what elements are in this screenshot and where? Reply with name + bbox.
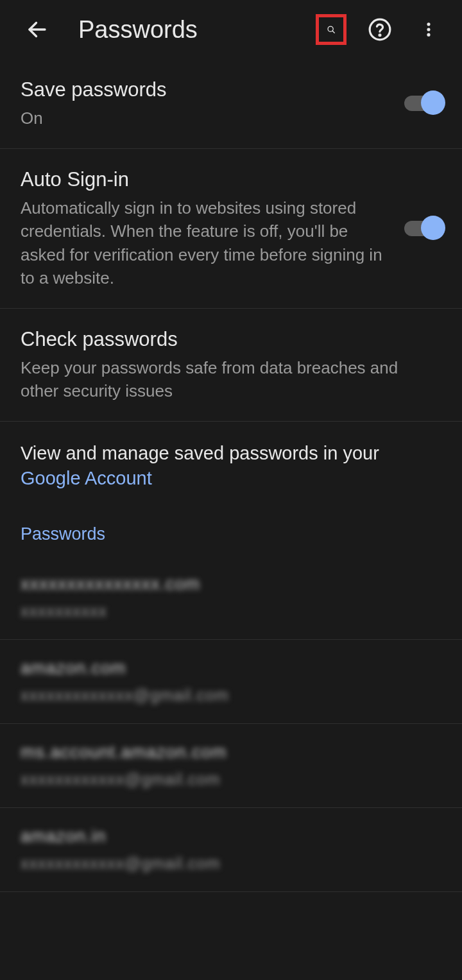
help-button[interactable] xyxy=(364,14,395,45)
manage-text: View and manage saved passwords in your xyxy=(21,443,379,463)
auto-signin-toggle[interactable] xyxy=(404,221,441,236)
svg-point-4 xyxy=(379,35,381,36)
search-icon xyxy=(327,18,336,41)
password-entry[interactable]: xxxxxxxxxxxxxxx.com xxxxxxxxxx xyxy=(0,556,462,640)
auto-signin-description: Automatically sign in to websites using … xyxy=(21,196,391,290)
entry-site: amazon.com xyxy=(21,655,441,682)
more-button[interactable] xyxy=(413,14,444,45)
save-passwords-status: On xyxy=(21,107,391,130)
password-entry[interactable]: amazon.in xxxxxxxxxxxx@gmail.com xyxy=(0,808,462,892)
passwords-list-header: Passwords xyxy=(0,497,462,556)
svg-point-7 xyxy=(427,33,430,37)
toggle-knob-icon xyxy=(421,90,445,115)
save-passwords-title: Save passwords xyxy=(21,77,391,103)
entry-user: xxxxxxxxxxxx@gmail.com xyxy=(21,852,441,876)
app-header: Passwords xyxy=(0,0,462,59)
save-passwords-row[interactable]: Save passwords On xyxy=(0,59,462,149)
svg-point-6 xyxy=(427,28,430,31)
password-entry[interactable]: amazon.com xxxxxxxxxxxxx@gmail.com xyxy=(0,640,462,724)
entry-user: xxxxxxxxxx xyxy=(21,599,441,624)
toggle-knob-icon xyxy=(421,216,445,240)
entry-user: xxxxxxxxxxxx@gmail.com xyxy=(21,768,441,792)
auto-signin-row[interactable]: Auto Sign-in Automatically sign in to we… xyxy=(0,149,462,309)
check-passwords-description: Keep your passwords safe from data breac… xyxy=(21,356,429,403)
password-entry[interactable]: ms.account.amazon.com xxxxxxxxxxxx@gmail… xyxy=(0,724,462,808)
header-actions xyxy=(316,14,449,45)
save-passwords-toggle[interactable] xyxy=(404,96,441,111)
entry-site: ms.account.amazon.com xyxy=(21,739,441,766)
help-icon xyxy=(368,17,392,42)
svg-line-2 xyxy=(332,31,334,33)
entry-site: xxxxxxxxxxxxxxx.com xyxy=(21,571,441,597)
more-vert-icon xyxy=(420,21,438,39)
search-button[interactable] xyxy=(316,14,346,45)
google-account-link[interactable]: Google Account xyxy=(21,468,152,488)
entry-user: xxxxxxxxxxxxx@gmail.com xyxy=(21,683,441,708)
manage-passwords-info: View and manage saved passwords in your … xyxy=(0,422,462,497)
svg-point-5 xyxy=(427,22,430,26)
back-button[interactable] xyxy=(22,14,53,45)
entry-site: amazon.in xyxy=(21,823,441,850)
back-arrow-icon xyxy=(26,18,49,41)
page-title: Passwords xyxy=(78,16,316,44)
check-passwords-row[interactable]: Check passwords Keep your passwords safe… xyxy=(0,309,462,422)
auto-signin-title: Auto Sign-in xyxy=(21,167,391,193)
check-passwords-title: Check passwords xyxy=(21,327,429,352)
